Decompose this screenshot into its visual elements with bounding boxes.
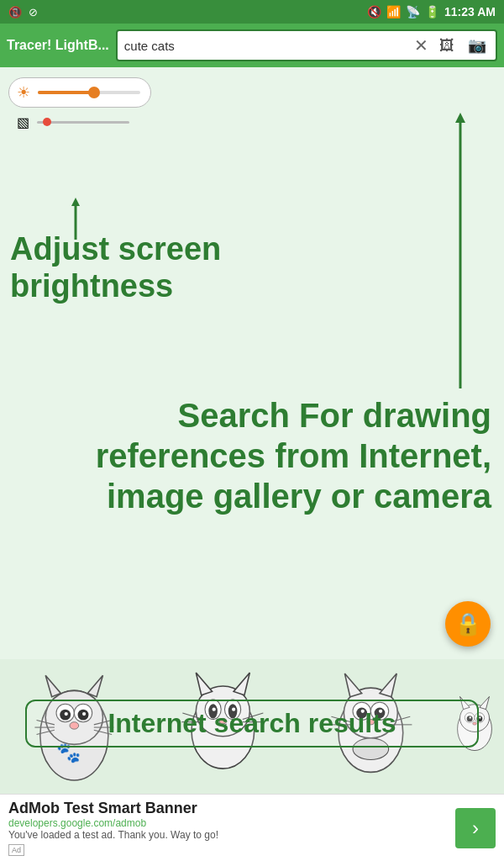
app-title: Tracer! LightB... (7, 38, 109, 53)
wifi-icon: 📶 (386, 5, 401, 18)
status-left-icons: 📵 ⊘ (8, 6, 38, 18)
contrast-icon: ▧ (13, 113, 32, 131)
svg-marker-3 (455, 113, 465, 123)
app-header: Tracer! LightB... ✕ 🖼 📷 (0, 24, 504, 67)
lock-icon: 🔒 (454, 611, 481, 637)
brightness-slider-fill (38, 91, 94, 94)
main-content: ☀ ▧ Adjust screen brightness Search For … (0, 67, 504, 794)
ad-content: AdMob Test Smart Banner developers.googl… (8, 800, 447, 856)
svg-marker-7 (87, 675, 102, 697)
brightness-slider-row[interactable]: ☀ (8, 77, 151, 108)
svg-marker-1 (71, 198, 80, 206)
svg-point-62 (479, 716, 480, 718)
status-bar: 📵 ⊘ 🔇 📶 📡 🔋 11:23 AM (0, 0, 504, 24)
contrast-track[interactable] (37, 121, 129, 124)
ad-url: developers.google.com/admob (8, 817, 447, 829)
image-gallery-button[interactable]: 🖼 (435, 34, 459, 57)
time-display: 11:23 AM (444, 5, 496, 18)
contrast-thumb[interactable] (43, 118, 51, 126)
internet-search-label: Internet search results (25, 700, 479, 747)
svg-marker-25 (234, 673, 249, 695)
ad-next-button[interactable]: › (455, 808, 496, 848)
battery-icon: 🔋 (425, 5, 439, 18)
contrast-row: ▧ (8, 113, 151, 131)
ad-badge: Ad (8, 844, 24, 856)
search-input[interactable] (124, 39, 407, 53)
ad-title: AdMob Test Smart Banner (8, 800, 447, 817)
camera-button[interactable]: 📷 (465, 34, 489, 57)
block-icon: ⊘ (29, 6, 38, 18)
brightness-slider-thumb[interactable] (88, 87, 100, 98)
search-bar[interactable]: ✕ 🖼 📷 (116, 29, 497, 61)
ad-description: You've loaded a test ad. Thank you. Way … (8, 829, 447, 841)
svg-marker-56 (480, 696, 490, 709)
svg-marker-39 (345, 673, 362, 697)
ad-banner: AdMob Test Smart Banner developers.googl… (0, 794, 504, 861)
search-icons-group: 🖼 📷 (435, 34, 489, 57)
brightness-label: Adjust screen brightness (10, 231, 228, 304)
brightness-slider-track[interactable] (38, 91, 140, 94)
clear-search-button[interactable]: ✕ (411, 35, 432, 55)
signal-icon: 📡 (406, 5, 420, 18)
arrow-search-icon (452, 111, 469, 397)
brightness-sun-icon: ☀ (14, 83, 33, 102)
svg-marker-40 (380, 673, 396, 697)
phone-icon: 📵 (8, 6, 22, 18)
lock-fab-button[interactable]: 🔒 (445, 601, 491, 647)
mute-icon: 🔇 (367, 5, 381, 18)
svg-marker-6 (45, 675, 60, 697)
svg-marker-24 (196, 673, 212, 695)
brightness-area: ☀ ▧ (8, 77, 151, 131)
status-right-icons: 🔇 📶 📡 🔋 11:23 AM (367, 5, 496, 18)
search-references-label: Search For drawing references from Inter… (46, 395, 491, 516)
